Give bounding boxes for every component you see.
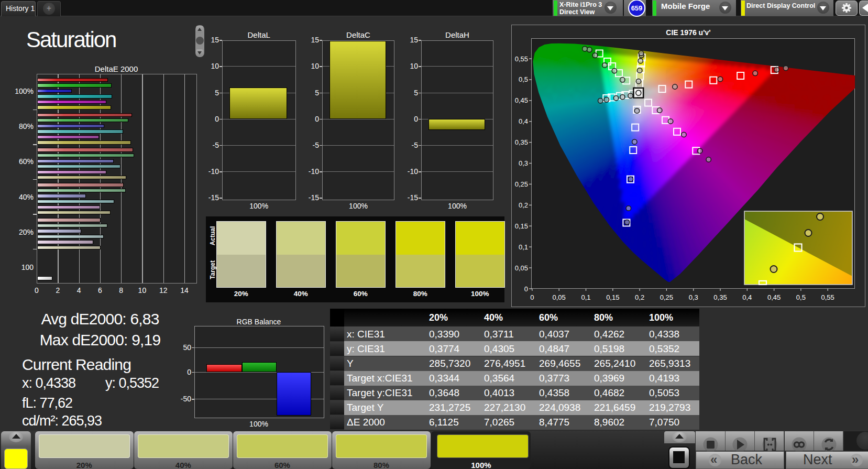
svg-text:0,35: 0,35	[713, 293, 727, 301]
svg-text:0,55: 0,55	[821, 293, 834, 301]
svg-text:0,35: 0,35	[515, 138, 528, 146]
svg-text:0,55: 0,55	[515, 55, 528, 63]
svg-text:0,4: 0,4	[519, 117, 528, 125]
svg-text:0,5: 0,5	[796, 293, 806, 301]
svg-text:0,05: 0,05	[515, 264, 528, 272]
svg-text:0,05: 0,05	[553, 293, 566, 301]
svg-text:0,45: 0,45	[515, 96, 528, 104]
svg-text:0,45: 0,45	[767, 293, 781, 301]
svg-text:0: 0	[530, 293, 534, 301]
svg-text:0,25: 0,25	[515, 180, 528, 188]
svg-text:0,15: 0,15	[606, 293, 619, 301]
svg-text:0,5: 0,5	[519, 75, 528, 83]
svg-text:0,1: 0,1	[519, 243, 528, 251]
svg-text:0,4: 0,4	[742, 293, 752, 301]
svg-text:0,25: 0,25	[660, 293, 673, 301]
svg-text:0,3: 0,3	[519, 159, 528, 167]
svg-text:0,2: 0,2	[635, 293, 644, 301]
svg-text:0,15: 0,15	[515, 222, 528, 230]
svg-text:0,2: 0,2	[519, 201, 528, 209]
svg-text:0,1: 0,1	[581, 293, 590, 301]
svg-text:0,3: 0,3	[689, 293, 698, 301]
svg-text:0: 0	[524, 285, 528, 293]
